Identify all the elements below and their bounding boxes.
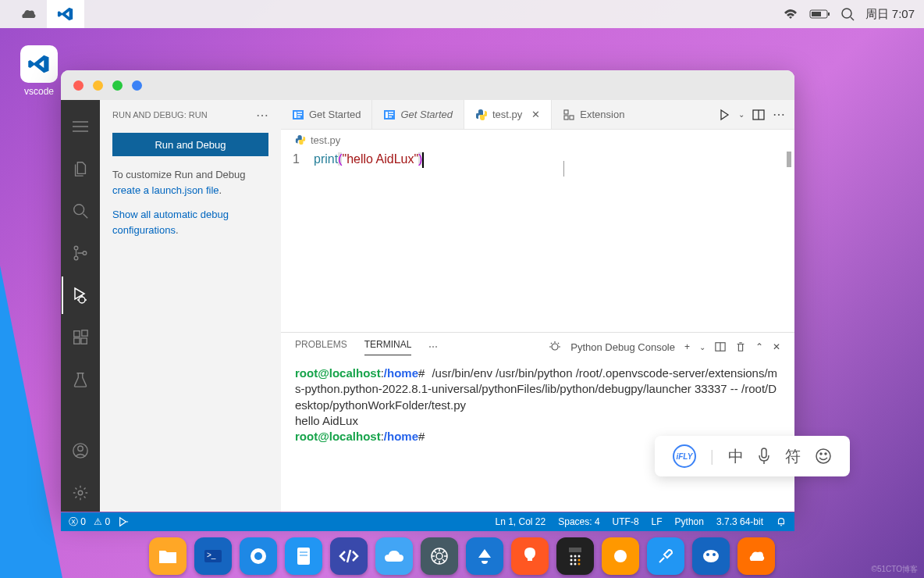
status-ln-col[interactable]: Ln 1, Col 22: [495, 516, 546, 527]
svg-rect-31: [389, 112, 393, 113]
run-and-debug-button[interactable]: Run and Debug: [112, 133, 268, 156]
menubar-vscode[interactable]: [47, 0, 84, 28]
settings-gear-icon[interactable]: [62, 474, 99, 512]
sidebar-more-icon[interactable]: ⋯: [256, 108, 268, 123]
testing-icon[interactable]: [62, 361, 99, 398]
svg-rect-27: [297, 114, 302, 116]
create-launch-json-link[interactable]: create a launch.json file: [112, 184, 219, 196]
tab-extensions[interactable]: Extension: [552, 100, 635, 129]
account-icon[interactable]: [62, 432, 99, 469]
new-terminal-icon[interactable]: +: [684, 341, 690, 352]
status-bell-icon[interactable]: [776, 516, 787, 527]
svg-point-13: [79, 297, 85, 303]
dock-cloud[interactable]: [375, 537, 413, 575]
dock-tips[interactable]: [511, 537, 549, 575]
search-icon[interactable]: [840, 7, 855, 21]
watermark: ©51CTO博客: [872, 564, 918, 575]
search-activity-icon[interactable]: [62, 192, 99, 230]
close-tab-icon[interactable]: ✕: [531, 109, 540, 120]
breadcrumb[interactable]: test.py: [281, 130, 794, 150]
editor-tabs: Get Started Get Started test.py ✕ Extens…: [281, 100, 794, 130]
ifly-logo-icon[interactable]: iFLY: [673, 444, 696, 468]
status-spaces[interactable]: Spaces: 4: [558, 516, 599, 527]
tab-more-icon[interactable]: ⋯: [773, 107, 785, 122]
minimap[interactable]: [787, 152, 791, 167]
svg-point-63: [578, 555, 581, 558]
status-language[interactable]: Python: [675, 516, 704, 527]
svg-rect-33: [389, 116, 392, 118]
svg-point-70: [614, 550, 627, 562]
dock-files[interactable]: [149, 537, 187, 575]
dock-browser[interactable]: [240, 537, 277, 575]
ime-emoji-icon[interactable]: [815, 448, 832, 465]
run-dropdown-icon[interactable]: ⌄: [738, 110, 745, 119]
debug-console-icon[interactable]: [549, 341, 561, 353]
dock-calculator[interactable]: [556, 537, 594, 575]
status-errors[interactable]: ⓧ 0: [69, 516, 86, 529]
terminal-dropdown-icon[interactable]: ⌄: [699, 343, 705, 351]
desktop-vscode-icon[interactable]: vscode: [16, 45, 62, 97]
dock-notes[interactable]: [285, 537, 322, 575]
tab-get-started-2[interactable]: Get Started: [372, 100, 464, 129]
dock-app-2[interactable]: [692, 537, 730, 575]
tab-get-started-1[interactable]: Get Started: [281, 100, 372, 129]
ime-mic-icon[interactable]: [757, 448, 771, 465]
extra-window-button[interactable]: [132, 80, 142, 91]
ime-lang-toggle[interactable]: 中: [728, 446, 744, 467]
svg-rect-35: [564, 116, 568, 120]
dock-app-3[interactable]: [737, 537, 775, 575]
svg-point-49: [820, 453, 822, 455]
dock-tools[interactable]: [647, 537, 684, 575]
activity-bar: [61, 100, 100, 512]
svg-rect-19: [81, 338, 87, 344]
svg-point-3: [842, 9, 851, 18]
split-terminal-icon[interactable]: [715, 341, 726, 352]
close-panel-icon[interactable]: ✕: [773, 341, 780, 352]
svg-point-73: [713, 553, 716, 556]
split-editor-icon[interactable]: [752, 109, 765, 121]
battery-icon[interactable]: [809, 9, 830, 20]
svg-point-48: [816, 449, 830, 463]
run-file-icon[interactable]: [718, 109, 730, 121]
tab-test-py[interactable]: test.py ✕: [464, 100, 552, 129]
panel-more-icon[interactable]: ⋯: [428, 341, 438, 352]
dock-app-1[interactable]: [602, 537, 639, 575]
dock-settings[interactable]: [421, 537, 458, 575]
maximize-panel-icon[interactable]: ⌃: [755, 341, 763, 352]
wifi-icon[interactable]: [783, 8, 798, 20]
code-editor[interactable]: 1 print("hello AidLux"): [281, 150, 794, 332]
svg-point-12: [83, 252, 87, 255]
panel-tab-problems[interactable]: PROBLEMS: [295, 339, 347, 355]
status-python-version[interactable]: 3.7.3 64-bit: [716, 516, 763, 527]
status-warnings[interactable]: ⚠ 0: [94, 516, 110, 527]
maximize-window-button[interactable]: [112, 80, 123, 91]
terminal-name[interactable]: Python Debug Console: [570, 341, 675, 353]
sidebar-title: RUN AND DEBUG: RUN: [112, 110, 208, 120]
panel-tab-terminal[interactable]: TERMINAL: [364, 339, 412, 355]
dock-store[interactable]: [466, 537, 503, 575]
system-menubar: 周日 7:07: [0, 0, 924, 28]
window-titlebar[interactable]: [61, 70, 794, 100]
explorer-icon[interactable]: [62, 150, 99, 187]
kill-terminal-icon[interactable]: [735, 341, 746, 352]
extensions-icon[interactable]: [62, 319, 99, 356]
status-eol[interactable]: LF: [652, 516, 663, 527]
menubar-app-1[interactable]: [9, 0, 47, 28]
show-all-configs-link[interactable]: Show all automatic debug configurations: [112, 209, 229, 236]
status-debug-icon[interactable]: [118, 516, 129, 527]
status-encoding[interactable]: UTF-8: [613, 516, 639, 527]
source-control-icon[interactable]: [62, 234, 99, 272]
svg-rect-26: [297, 112, 302, 113]
ime-symbol-toggle[interactable]: 符: [785, 446, 801, 467]
svg-point-67: [570, 563, 573, 566]
ime-toolbar[interactable]: iFLY | 中 符: [655, 436, 850, 476]
close-window-button[interactable]: [73, 80, 84, 91]
minimize-window-button[interactable]: [93, 80, 103, 91]
svg-line-9: [84, 214, 88, 219]
bottom-panel: PROBLEMS TERMINAL ⋯ Python Debug Console…: [281, 332, 794, 512]
run-debug-icon[interactable]: [62, 277, 99, 314]
svg-point-8: [74, 205, 84, 215]
dock-terminal[interactable]: >_: [194, 537, 232, 575]
menu-icon[interactable]: [62, 108, 99, 145]
dock-code[interactable]: [330, 537, 368, 575]
